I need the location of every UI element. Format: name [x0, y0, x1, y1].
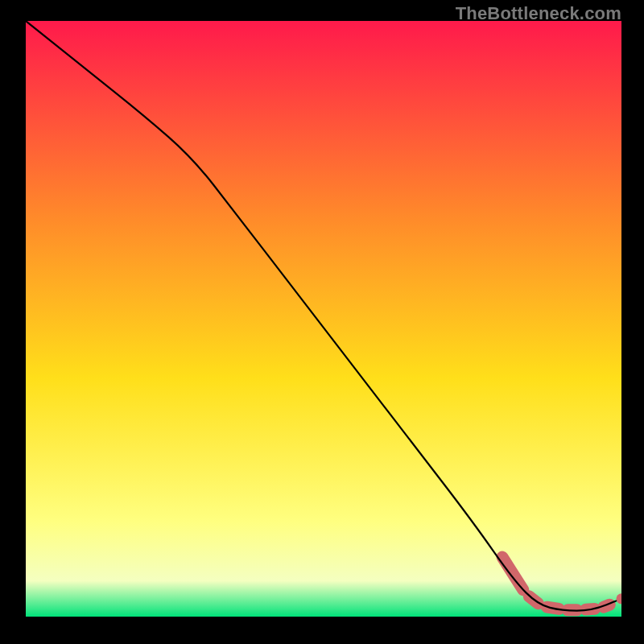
chart-container: TheBottleneck.com — [0, 0, 644, 644]
chart-svg — [26, 21, 621, 617]
gradient-background — [26, 21, 621, 617]
plot-area — [26, 21, 621, 617]
